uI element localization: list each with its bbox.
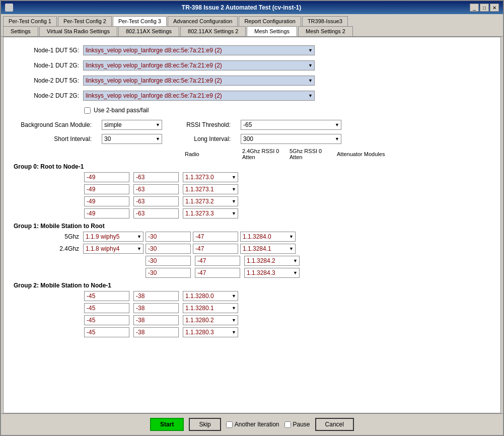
group1-atten-2[interactable]: 1.1.3284.2 [244,256,300,266]
sub-tab-80211ax-2[interactable]: 802.11AX Settings 2 [180,26,246,36]
sub-tab-mesh-settings[interactable]: Mesh Settings [247,26,297,36]
group0-rssi24-3[interactable] [84,208,129,219]
long-interval-label: Long Interval: [170,135,231,142]
use-2band-checkbox[interactable] [84,107,91,114]
group1-atten-1-wrapper: 1.1.3284.1 [240,244,296,254]
group0-rssi24-2[interactable] [84,196,129,206]
bg-scan-select[interactable]: simple [102,120,162,130]
bg-scan-label: Background Scan Module: [14,121,92,128]
group1-5ghz-select-wrapper: 1.1.9 wiphy5 [83,232,143,242]
group2-atten-3[interactable]: 1.1.3280.3 [183,327,238,337]
group1-rssi24-1[interactable] [146,244,191,254]
group1-24ghz-label: 2.4Ghz [14,245,79,252]
node2-dut5g-select[interactable]: linksys_velop velop_lanforge d8:ec:5e:7a… [83,76,315,86]
group2-atten-2-wrapper: 1.1.3280.2 [183,315,238,325]
group0-rssi5-2[interactable] [133,196,179,206]
tab-per-test-config-1[interactable]: Per-Test Config 1 [3,16,57,26]
title-bar: TR-398 Issue 2 Automated Test (cv-inst-1… [1,1,503,14]
minimize-button[interactable]: _ [470,4,479,12]
tab-advanced-config[interactable]: Advanced Configuration [168,16,238,26]
group1-24ghz-select[interactable]: 1.1.8 wiphy4 [83,244,143,254]
group1-rssi24-0[interactable] [146,232,191,242]
group1-row-3: 1.1.3284.3 [14,268,490,278]
rssi-threshold-select[interactable]: -65 [241,120,341,130]
group0-rssi24-1[interactable] [84,184,129,194]
group1-rssi24-3[interactable] [146,268,191,278]
group1-atten-3[interactable]: 1.1.3284.3 [244,268,300,278]
header-rssi-5: 5Ghz RSSI 0 Atten [290,148,335,160]
group0-atten-2-wrapper: 1.1.3273.2 [183,196,238,206]
group1-5ghz-select[interactable]: 1.1.9 wiphy5 [83,232,143,242]
group0-rssi5-0[interactable] [133,172,179,182]
node1-dut2g-select-wrapper: linksys_velop velop_lanforge d8:ec:5e:7a… [83,60,315,70]
tab-tr398-issue3[interactable]: TR398-Issue3 [302,16,348,26]
group1-atten-0[interactable]: 1.1.3284.0 [240,232,296,242]
tab-report-config[interactable]: Report Configuration [239,16,301,26]
group1-atten-1[interactable]: 1.1.3284.1 [240,244,296,254]
pause-checkbox[interactable] [284,421,291,428]
group2-rssi24-1[interactable] [84,303,129,313]
sub-tab-80211ax[interactable]: 802.11AX Settings [118,26,179,36]
group0-rssi24-0[interactable] [84,172,129,182]
group0-atten-1[interactable]: 1.1.3273.1 [183,184,238,194]
group0-row-1: 1.1.3273.1 [14,184,490,194]
tab-per-test-config-3[interactable]: Per-Test Config 3 [113,16,167,26]
group0-atten-3[interactable]: 1.1.3273.3 [183,208,238,219]
group1-24ghz-select-wrapper: 1.1.8 wiphy4 [83,244,143,254]
group1-label: Group 1: Mobile Station to Root [14,223,490,230]
group2-rssi5-2[interactable] [133,315,179,325]
node1-dut2g-select[interactable]: linksys_velop velop_lanforge d8:ec:5e:7a… [83,60,315,70]
group2-rssi24-0[interactable] [84,291,129,301]
group2-row-0: 1.1.3280.0 [14,291,490,301]
group1-row-2: 1.1.3284.2 [14,256,490,266]
node1-dut5g-label: Node-1 DUT 5G: [14,47,79,54]
group0-row-2: 1.1.3273.2 [14,196,490,206]
short-interval-select[interactable]: 30 [102,134,162,144]
start-button[interactable]: Start [150,418,184,431]
node2-dut5g-label: Node-2 DUT 5G: [14,77,79,84]
node1-dut5g-row: Node-1 DUT 5G: linksys_velop velop_lanfo… [14,45,490,55]
node1-dut5g-select-wrapper: linksys_velop velop_lanforge d8:ec:5e:7a… [83,45,315,55]
group2-rssi5-1[interactable] [133,303,179,313]
group0-rssi5-1[interactable] [133,184,179,194]
group1-rssi5-1[interactable] [193,244,238,254]
group2-rssi5-3[interactable] [133,327,179,337]
group2-atten-2[interactable]: 1.1.3280.2 [183,315,238,325]
group2-atten-1[interactable]: 1.1.3280.1 [183,303,238,313]
maximize-button[interactable]: □ [480,4,489,12]
window-icon [5,4,13,12]
bottom-bar: Start Skip Another Iteration Pause Cance… [1,413,503,435]
group2-rssi24-2[interactable] [84,315,129,325]
cancel-button[interactable]: Cancel [315,418,354,431]
group2-row-3: 1.1.3280.3 [14,327,490,337]
content-area: Node-1 DUT 5G: linksys_velop velop_lanfo… [3,37,501,413]
group1-rssi5-0[interactable] [193,232,238,242]
node1-dut5g-select[interactable]: linksys_velop velop_lanforge d8:ec:5e:7a… [83,45,315,55]
skip-button[interactable]: Skip [189,418,221,431]
group0-atten-2[interactable]: 1.1.3273.2 [183,196,238,206]
group2-rssi5-0[interactable] [133,291,179,301]
group2-rssi24-3[interactable] [84,327,129,337]
group1-5ghz-row: 5Ghz 1.1.9 wiphy5 1.1.3284.0 [14,232,490,242]
sub-tab-mesh-settings-2[interactable]: Mesh Settings 2 [298,26,353,36]
use-2band-row: Use 2-band pass/fail [14,107,490,114]
node1-dut2g-label: Node-1 DUT 2G: [14,62,79,69]
close-button[interactable]: ✕ [490,4,499,12]
sub-tab-settings[interactable]: Settings [3,26,38,36]
node2-dut2g-select[interactable]: linksys_velop velop_lanforge d8:ec:5e:7a… [83,91,315,101]
group1-rssi5-2[interactable] [195,256,240,266]
another-iteration-checkbox[interactable] [226,421,233,428]
group1-5ghz-label: 5Ghz [14,233,79,240]
group2-atten-0[interactable]: 1.1.3280.0 [183,291,238,301]
group1-rssi24-2[interactable] [146,256,191,266]
group0-atten-0[interactable]: 1.1.3273.0 [183,172,238,182]
short-interval-label: Short Interval: [14,135,92,142]
group2-atten-1-wrapper: 1.1.3280.1 [183,303,238,313]
sub-tab-virtual-sta[interactable]: Virtual Sta Radio Settings [39,26,117,36]
group1-rssi5-3[interactable] [195,268,240,278]
node2-dut2g-select-wrapper: linksys_velop velop_lanforge d8:ec:5e:7a… [83,91,315,101]
group0-rssi5-3[interactable] [133,208,179,219]
group0-atten-3-wrapper: 1.1.3273.3 [183,208,238,219]
long-interval-select[interactable]: 300 [241,134,341,144]
tab-per-test-config-2[interactable]: Per-Test Config 2 [58,16,112,26]
